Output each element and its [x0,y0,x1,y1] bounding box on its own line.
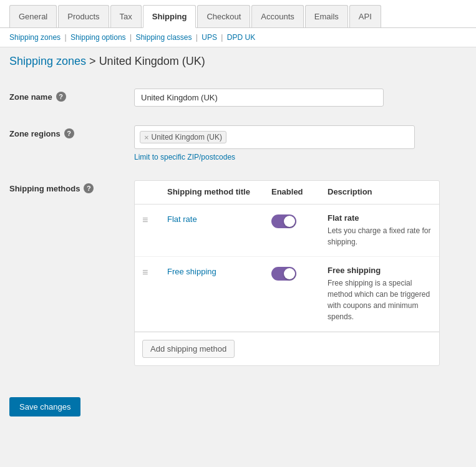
zone-regions-help-icon[interactable]: ? [64,128,74,138]
breadcrumb-current: United Kingdom (UK) [99,55,205,67]
tab-products[interactable]: Products [58,5,109,27]
toggle-flat-rate[interactable] [271,214,296,228]
drag-handle-free-shipping[interactable]: ≡ [142,266,167,278]
breadcrumb-link[interactable]: Shipping zones [9,55,86,67]
form-table: Zone name ? Zone regions ? [9,79,467,375]
subnav-ups[interactable]: UPS [202,33,217,42]
toggle-wrapper-free-shipping [271,266,328,281]
subnav-dpd-uk[interactable]: DPD UK [227,33,255,42]
subnav-shipping-classes[interactable]: Shipping classes [135,33,192,42]
add-shipping-method-button[interactable]: Add shipping method [142,340,235,358]
header-description: Description [328,187,432,198]
region-tag-label: United Kingdom (UK) [152,133,222,142]
zone-regions-row: Zone regions ? × United Kingdom (UK) Lim… [9,116,467,171]
top-nav: General Products Tax Shipping Checkout A… [0,0,476,28]
save-changes-button[interactable]: Save changes [9,397,80,416]
zone-regions-field-cell: × United Kingdom (UK) Limit to specific … [134,116,467,171]
region-tag-uk: × United Kingdom (UK) [140,131,226,143]
method-desc-flat-rate: Flat rate Lets you charge a fixed rate f… [328,213,432,248]
header-enabled: Enabled [271,187,328,198]
tab-shipping[interactable]: Shipping [143,5,197,28]
methods-footer: Add shipping method [135,332,439,365]
shipping-methods-help-icon[interactable]: ? [84,183,94,193]
tab-general[interactable]: General [9,5,57,27]
shipping-methods-label: Shipping methods [9,184,80,193]
breadcrumb: Shipping zones > United Kingdom (UK) [0,47,476,73]
zone-regions-label: Zone regions [9,129,61,138]
toggle-free-shipping[interactable] [271,267,296,281]
method-desc-text-flat-rate: Lets you charge a fixed rate for shippin… [328,225,432,248]
shipping-methods-header: Shipping method title Enabled Descriptio… [135,181,439,205]
tab-accounts[interactable]: Accounts [251,5,303,27]
toggle-flat-rate-slider [271,214,296,228]
sub-nav: Shipping zones | Shipping options | Ship… [0,28,476,47]
method-row-flat-rate: ≡ Flat rate Flat rate Lets you charge [135,205,439,257]
shipping-methods-row: Shipping methods ? Shipping method title… [9,171,467,375]
zone-name-help-icon[interactable]: ? [56,92,66,102]
header-method-title: Shipping method title [167,187,271,198]
subnav-shipping-zones[interactable]: Shipping zones [9,33,61,42]
method-desc-free-shipping: Free shipping Free shipping is a special… [328,266,432,322]
zone-regions-label-cell: Zone regions ? [9,116,134,171]
header-drag-col [142,187,167,198]
zone-name-row: Zone name ? [9,79,467,116]
drag-handle-flat-rate[interactable]: ≡ [142,213,167,226]
toggle-free-shipping-slider [271,267,296,281]
tab-tax[interactable]: Tax [110,5,142,27]
tab-checkout[interactable]: Checkout [197,5,250,27]
method-desc-title-free-shipping: Free shipping [328,266,432,275]
tab-emails[interactable]: Emails [305,5,348,27]
method-row-free-shipping: ≡ Free shipping Free shipping Free sh [135,257,439,332]
zone-name-label: Zone name [9,92,52,102]
subnav-shipping-options[interactable]: Shipping options [70,33,126,42]
toggle-wrapper-flat-rate [271,213,328,228]
region-box[interactable]: × United Kingdom (UK) [134,125,415,149]
region-tag-remove[interactable]: × [144,133,149,142]
limit-link[interactable]: Limit to specific ZIP/postcodes [134,153,467,161]
shipping-methods-label-cell: Shipping methods ? [9,171,134,375]
tab-api[interactable]: API [349,5,381,27]
zone-name-label-cell: Zone name ? [9,79,134,116]
main-content: Zone name ? Zone regions ? [0,73,476,388]
method-name-flat-rate[interactable]: Flat rate [167,213,271,224]
method-desc-title-flat-rate: Flat rate [328,213,432,223]
shipping-methods-field-cell: Shipping method title Enabled Descriptio… [134,171,467,375]
method-desc-text-free-shipping: Free shipping is a special method which … [328,277,432,322]
zone-name-input[interactable] [134,89,384,107]
method-name-free-shipping[interactable]: Free shipping [167,266,271,276]
shipping-methods-table: Shipping method title Enabled Descriptio… [134,180,440,366]
zone-name-field-cell [134,79,467,116]
